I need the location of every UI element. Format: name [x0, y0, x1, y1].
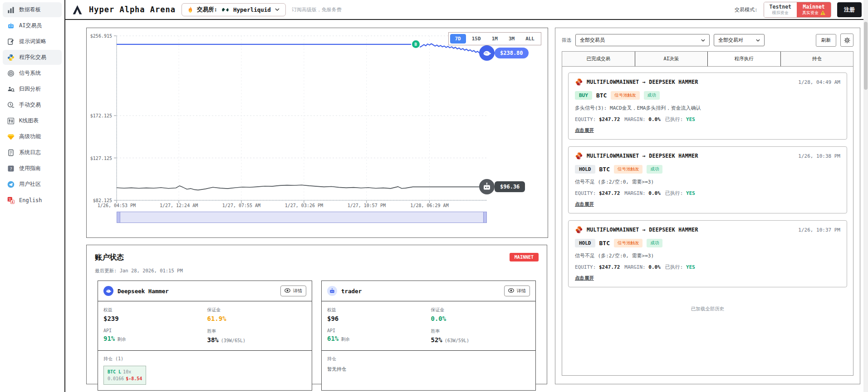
symbol-label: BTC: [599, 166, 610, 173]
scrollbar-thumb[interactable]: [864, 22, 868, 90]
eye-icon: [508, 288, 514, 294]
equity-stat: EQUITY: $247.72: [575, 264, 620, 270]
trader-filter-select[interactable]: 全部交易员: [575, 34, 710, 46]
premium-icon: [7, 133, 15, 140]
position-chip[interactable]: BTC L10x0.0166$-8.54: [103, 366, 146, 385]
page-scrollbar: [863, 0, 868, 392]
svg-text:A: A: [11, 200, 13, 203]
feed-tab-1[interactable]: 已完成交易: [562, 52, 635, 66]
pair-filter-select[interactable]: 全部交易对: [714, 34, 765, 46]
feed-card-1: MULTIFLOWMAINNET → DEEPSEEK HAMMER1/28, …: [568, 73, 847, 140]
x-axis-tick-label: 1/27, 03:26 PM: [275, 203, 333, 208]
app-root: 数据看板AI交易员提示词策略程序化交易信号系统归因分析手动交易K线图表高级功能系…: [0, 0, 868, 392]
feed-tab-3[interactable]: 程序执行: [707, 52, 780, 66]
testnet-button[interactable]: Testnet 模拟资金: [764, 2, 797, 17]
feed-card-badges: HOLDBTC信号池触发成功: [575, 239, 840, 247]
sidebar-item-7[interactable]: 手动交易: [3, 97, 62, 112]
x-axis-tick-label: 1/27, 12:24 AM: [149, 203, 208, 208]
sidebar-item-4[interactable]: 程序化交易: [3, 50, 62, 65]
range-button-15d[interactable]: 15D: [467, 34, 486, 44]
whale-avatar-icon: [479, 45, 495, 61]
slider-left-handle[interactable]: [117, 212, 120, 223]
refresh-button[interactable]: 刷新: [816, 34, 836, 47]
sidebar-item-2[interactable]: AI交易员: [3, 18, 62, 33]
sidebar-item-5[interactable]: 信号系统: [3, 66, 62, 81]
sidebar-item-13[interactable]: 文AEnglish: [3, 193, 62, 208]
robot-avatar-icon: [479, 179, 495, 194]
feed-card-2: MULTIFLOWMAINNET → DEEPSEEK HAMMER1/26, …: [568, 146, 847, 213]
feed-card-title: MULTIFLOWMAINNET → DEEPSEEK HAMMER: [587, 227, 698, 233]
stat-value: $96: [327, 315, 427, 322]
promo-text: 订阅高级版，免服务费: [292, 6, 342, 13]
positions-label: 持仓 (1): [103, 356, 306, 362]
account-card-header: trader详情: [322, 281, 535, 301]
testnet-subtitle: 模拟资金: [770, 10, 791, 15]
feed-card-badges: HOLDBTC信号池触发成功: [575, 165, 840, 174]
sidebar-item-1[interactable]: 数据看板: [3, 2, 62, 17]
signal-icon: [7, 69, 15, 77]
gear-icon: [844, 37, 850, 44]
range-button-1m[interactable]: 1M: [487, 34, 503, 44]
expand-link[interactable]: 点击展开: [575, 275, 594, 281]
stat-权益: 权益$239: [103, 307, 203, 322]
mainnet-button[interactable]: Mainnet 真实资金: [797, 2, 831, 17]
stat-label: 胜率: [431, 328, 530, 334]
register-button[interactable]: 注册: [837, 2, 862, 17]
guide-icon: ?: [7, 165, 15, 172]
account-stats-grid: 权益$239保证金61.9%API91%剩余胜率38%(39W/65L): [98, 301, 312, 351]
stat-value: 38%(39W/65L): [207, 336, 307, 344]
sidebar-item-label: 手动交易: [19, 101, 41, 109]
sidebar-item-label: 信号系统: [19, 69, 41, 77]
sidebar-item-11[interactable]: ?使用指南: [3, 161, 62, 176]
feed-tab-4[interactable]: 持仓: [780, 52, 853, 66]
feed-list: MULTIFLOWMAINNET → DEEPSEEK HAMMER1/28, …: [562, 67, 853, 293]
details-button[interactable]: 详情: [504, 286, 530, 296]
position-pnl: $-8.54: [126, 376, 142, 381]
manual-trade-icon: [7, 101, 15, 109]
app-logo-icon: [72, 4, 83, 15]
last-update-text: 最后更新: Jan 28, 2026, 01:15 PM: [87, 262, 547, 274]
sidebar-item-label: 用户社区: [19, 180, 41, 188]
equity-stat: EQUITY: $247.72: [575, 190, 620, 196]
y-axis-tick-label: $256.915: [88, 34, 112, 39]
sidebar-item-9[interactable]: 高级功能: [3, 129, 62, 144]
sidebar-item-6[interactable]: 归因分析: [3, 82, 62, 97]
position-line-1: BTC L10x: [108, 368, 142, 375]
account-status-panel: 账户状态 MAINNET 最后更新: Jan 28, 2026, 01:15 P…: [86, 245, 547, 384]
stat-label: 权益: [327, 307, 427, 313]
chart-range-bar: 7D15D1M3MALL: [448, 32, 542, 45]
stat-label: API: [327, 328, 427, 333]
stat-label: API: [103, 328, 203, 333]
sidebar-item-3[interactable]: 提示词策略: [3, 34, 62, 49]
range-button-3m[interactable]: 3M: [504, 34, 520, 44]
stat-保证金: 保证金61.9%: [207, 307, 307, 322]
expand-link[interactable]: 点击展开: [575, 127, 594, 134]
details-button[interactable]: 详情: [280, 286, 306, 296]
positions-section: 持仓 (1)BTC L10x0.0166$-8.54: [98, 351, 312, 390]
exchange-selector[interactable]: 交易所: Hyperliquid: [181, 3, 286, 16]
x-axis-tick-label: 1/28, 06:29 AM: [400, 203, 459, 208]
chart-range-slider[interactable]: [117, 212, 487, 223]
slider-right-handle[interactable]: [483, 212, 487, 223]
kline-icon: [7, 117, 15, 125]
feed-card-time: 1/28, 04:49 AM: [798, 79, 840, 85]
range-button-7d[interactable]: 7D: [450, 34, 466, 44]
sidebar-item-12[interactable]: 用户社区: [3, 177, 62, 192]
feed-card-stats: EQUITY: $247.72MARGIN: 0.0%已执行: YES: [575, 190, 840, 197]
feed-end-text: 已加载全部历史: [562, 306, 853, 312]
x-axis-tick-label: 1/27, 10:57 PM: [337, 203, 396, 208]
sidebar-item-8[interactable]: K线图表: [3, 113, 62, 128]
mainnet-subtitle: 真实资金: [802, 10, 819, 15]
range-button-all[interactable]: ALL: [520, 34, 539, 44]
y-axis-tick-label: $172.125: [88, 113, 112, 118]
feed-tabs: 已完成交易AI决策程序执行持仓: [562, 52, 853, 67]
sidebar-item-label: AI交易员: [19, 22, 42, 29]
exchange-label: 交易所:: [197, 6, 217, 14]
stat-胜率: 胜率38%(39W/65L): [207, 328, 307, 344]
expand-link[interactable]: 点击展开: [575, 201, 594, 208]
settings-button[interactable]: [840, 34, 853, 47]
feed-tab-2[interactable]: AI决策: [635, 52, 708, 66]
x-axis-tick-label: 1/27, 07:55 AM: [212, 203, 271, 208]
sidebar-item-10[interactable]: 系统日志: [3, 145, 62, 160]
stat-API: API91%剩余: [103, 328, 203, 344]
